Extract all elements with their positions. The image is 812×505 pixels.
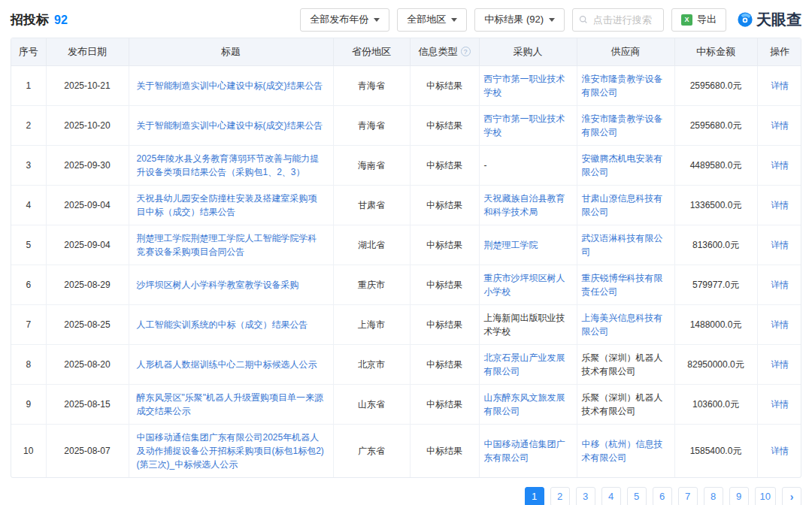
detail-link[interactable]: 详情 [771,319,789,330]
filter-year-dropdown[interactable]: 全部发布年份 [300,8,389,32]
title-cell: 2025年陵水县义务教育薄弱环节改善与能力提升设备类项目结果公告（采购包1、2、… [129,145,333,185]
detail-link[interactable]: 详情 [771,399,789,410]
page-button-4[interactable]: 4 [601,487,621,505]
page-button-10[interactable]: 10 [755,487,776,505]
purchaser-cell: 天祝藏族自治县教育和科学技术局 [479,185,577,225]
detail-link[interactable]: 详情 [771,160,789,171]
province: 海南省 [358,160,385,171]
purchaser-link[interactable]: 西宁市第一职业技术学校 [484,113,565,138]
detail-link[interactable]: 详情 [771,120,789,131]
purchaser-link[interactable]: 山东醉东风文旅发展有限公司 [484,392,565,416]
winning-amount: 813600.0元 [692,240,739,250]
topbar: 招投标 92 全部发布年份 全部地区 中标结果 (92) X 导出 [0,0,812,38]
supplier-link[interactable]: 上海美兴信息科技有限公司 [582,313,663,337]
title-link[interactable]: 人形机器人数据训练中心二期中标候选人公示 [137,359,317,370]
purchaser-link[interactable]: 荆楚理工学院 [484,240,538,250]
title-cell: 沙坪坝区树人小学科学教室教学设备采购 [129,265,333,304]
purchaser-link[interactable]: 西宁市第一职业技术学校 [484,74,565,98]
title-link[interactable]: 荆楚理工学院荆楚理工学院人工智能学院学科竞赛设备采购项目合同公告 [137,233,317,257]
publish-date: 2025-09-30 [64,160,110,171]
title-link[interactable]: 人工智能实训系统的中标（成交）结果公告 [137,319,308,330]
supplier-link[interactable]: 安徽腾杰机电安装有限公司 [582,153,663,177]
row-index: 9 [26,399,31,410]
page-button-8[interactable]: 8 [704,487,723,505]
page-button-9[interactable]: 9 [729,487,749,505]
row-index-cell: 6 [11,265,46,304]
publish-date: 2025-08-20 [64,359,110,370]
province: 上海市 [358,319,385,330]
amount-cell: 579977.0元 [674,265,757,304]
purchaser-link[interactable]: 中国移动通信集团广东有限公司 [484,439,565,463]
purchaser-cell: 重庆市沙坪坝区树人小学校 [479,265,577,304]
page-button-1[interactable]: 1 [525,487,544,505]
info-type-cell: 中标结果 [410,225,479,265]
search-box[interactable] [572,8,664,32]
province: 湖北省 [358,240,385,250]
search-icon [579,14,588,25]
action-cell: 详情 [757,344,801,384]
publish-date: 2025-08-15 [64,399,110,410]
column-header: 信息类型? [410,38,479,65]
page-button-7[interactable]: 7 [678,487,698,505]
page-button-2[interactable]: 2 [550,487,570,505]
amount-cell: 1488000.0元 [674,304,757,344]
detail-link[interactable]: 详情 [771,240,789,250]
row-index: 2 [26,120,31,131]
page-button-6[interactable]: 6 [653,487,672,505]
table-row: 32025-09-302025年陵水县义务教育薄弱环节改善与能力提升设备类项目结… [11,145,801,185]
supplier-link[interactable]: 重庆锐博华科技有限责任公司 [582,273,663,297]
action-cell: 详情 [757,304,801,344]
supplier-link[interactable]: 武汉语淋科技有限公司 [582,233,663,257]
row-index: 4 [26,200,31,210]
title-link[interactable]: 关于智能制造实训中心建设中标(成交)结果公告 [137,120,323,131]
detail-link[interactable]: 详情 [771,80,789,91]
info-type: 中标结果 [426,120,462,131]
province-cell: 上海市 [333,304,410,344]
row-index-cell: 1 [11,65,46,105]
supplier-link[interactable]: 甘肃山潦信息科技有限公司 [582,193,663,217]
amount-cell: 103600.0元 [674,384,757,424]
detail-link[interactable]: 详情 [771,359,789,370]
detail-link[interactable]: 详情 [771,200,789,210]
amount-cell: 4489580.0元 [674,145,757,185]
column-header-label: 操作 [770,46,789,57]
page-button-3[interactable]: 3 [576,487,595,505]
page-button-5[interactable]: 5 [627,487,647,505]
supplier-link[interactable]: 淮安市隆贵教学设备有限公司 [582,74,663,98]
export-button[interactable]: X 导出 [671,8,726,32]
supplier-link[interactable]: 中移（杭州）信息技术有限公司 [582,439,663,463]
supplier-cell: 武汉语淋科技有限公司 [577,225,674,265]
search-input[interactable] [592,14,657,26]
next-page-button[interactable]: › [782,487,801,505]
row-index-cell: 4 [11,185,46,225]
purchaser-link[interactable]: 北京石景山产业发展有限公司 [484,352,565,376]
title-link[interactable]: 天祝县幼儿园安全防撞柱安装及搭建室采购项目中标（成交）结果公告 [137,193,317,217]
amount-cell: 1585400.0元 [674,424,757,477]
winning-amount: 82950000.0元 [687,359,744,370]
publish-date-cell: 2025-09-04 [46,225,129,265]
column-header: 标题 [129,38,333,65]
province-cell: 湖北省 [333,225,410,265]
purchaser-link[interactable]: 重庆市沙坪坝区树人小学校 [484,273,565,297]
title-link[interactable]: 2025年陵水县义务教育薄弱环节改善与能力提升设备类项目结果公告（采购包1、2、… [137,153,320,177]
title-link[interactable]: 沙坪坝区树人小学科学教室教学设备采购 [137,280,299,290]
filter-region-dropdown[interactable]: 全部地区 [397,8,467,32]
export-label: 导出 [697,13,717,26]
purchaser-link[interactable]: 天祝藏族自治县教育和科学技术局 [484,193,565,217]
table-header-row: 序号发布日期标题省份地区信息类型?采购人供应商中标金额操作 [11,38,801,65]
publish-date-cell: 2025-08-20 [46,344,129,384]
title-cell: 天祝县幼儿园安全防撞柱安装及搭建室采购项目中标（成交）结果公告 [129,185,333,225]
title-cell: 人工智能实训系统的中标（成交）结果公告 [129,304,333,344]
row-index-cell: 10 [11,424,46,477]
title-link[interactable]: 中国移动通信集团广东有限公司2025年机器人及动作捕捉设备公开招标采购项目(标包… [137,432,324,470]
publish-date: 2025-09-04 [64,200,110,210]
help-icon[interactable]: ? [461,47,471,56]
detail-link[interactable]: 详情 [771,280,789,290]
detail-link[interactable]: 详情 [771,446,789,456]
bidding-table: 序号发布日期标题省份地区信息类型?采购人供应商中标金额操作 12025-10-2… [11,38,801,477]
supplier-link[interactable]: 淮安市隆贵教学设备有限公司 [582,113,663,138]
title-link[interactable]: 醉东风景区"乐聚"机器人升级置购项目单一来源成交结果公示 [137,392,324,416]
chevron-down-icon [549,18,555,22]
filter-type-dropdown[interactable]: 中标结果 (92) [474,8,565,32]
title-link[interactable]: 关于智能制造实训中心建设中标(成交)结果公告 [137,80,323,91]
